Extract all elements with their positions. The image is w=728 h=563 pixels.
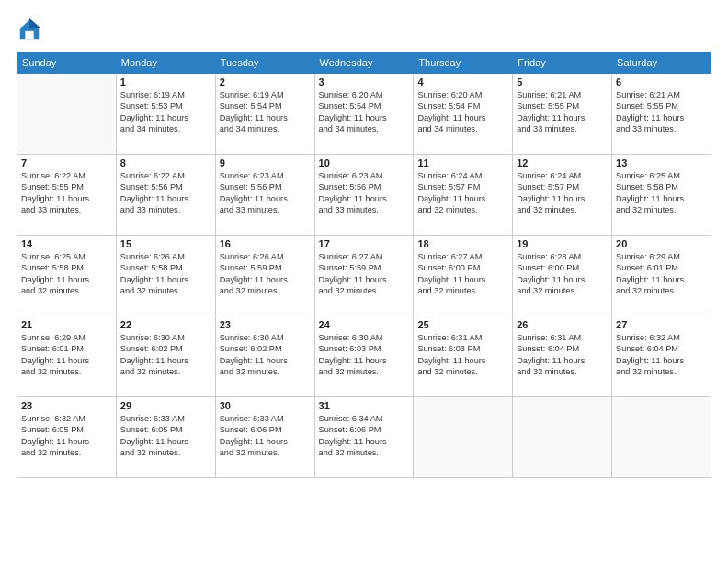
day-number: 26 bbox=[517, 319, 608, 330]
calendar-cell bbox=[513, 397, 612, 478]
day-number: 6 bbox=[616, 76, 707, 87]
day-info: Sunrise: 6:25 AMSunset: 5:58 PMDaylight:… bbox=[616, 170, 707, 216]
day-number: 14 bbox=[21, 238, 112, 249]
day-info: Sunrise: 6:34 AMSunset: 6:06 PMDaylight:… bbox=[319, 413, 410, 459]
weekday-header: Friday bbox=[513, 52, 612, 74]
weekday-header: Tuesday bbox=[215, 52, 314, 74]
calendar-cell: 16Sunrise: 6:26 AMSunset: 5:59 PMDayligh… bbox=[215, 236, 314, 316]
calendar-cell bbox=[612, 397, 711, 478]
logo-icon bbox=[17, 17, 42, 42]
calendar-week-row: 7Sunrise: 6:22 AMSunset: 5:55 PMDaylight… bbox=[17, 155, 711, 236]
calendar-cell: 24Sunrise: 6:30 AMSunset: 6:03 PMDayligh… bbox=[314, 316, 414, 397]
day-number: 3 bbox=[319, 76, 410, 87]
day-number: 8 bbox=[120, 157, 211, 168]
day-number: 7 bbox=[21, 157, 112, 168]
day-info: Sunrise: 6:31 AMSunset: 6:04 PMDaylight:… bbox=[517, 332, 608, 378]
day-info: Sunrise: 6:29 AMSunset: 6:01 PMDaylight:… bbox=[616, 251, 707, 297]
day-number: 20 bbox=[616, 238, 707, 249]
calendar-cell: 20Sunrise: 6:29 AMSunset: 6:01 PMDayligh… bbox=[612, 236, 711, 316]
calendar-cell: 30Sunrise: 6:33 AMSunset: 6:06 PMDayligh… bbox=[215, 397, 314, 478]
day-number: 25 bbox=[417, 319, 508, 330]
calendar-cell: 22Sunrise: 6:30 AMSunset: 6:02 PMDayligh… bbox=[116, 316, 215, 397]
day-info: Sunrise: 6:29 AMSunset: 6:01 PMDaylight:… bbox=[21, 332, 112, 378]
day-number: 24 bbox=[319, 319, 410, 330]
calendar-cell: 28Sunrise: 6:32 AMSunset: 6:05 PMDayligh… bbox=[17, 397, 117, 478]
day-info: Sunrise: 6:32 AMSunset: 6:05 PMDaylight:… bbox=[21, 413, 112, 459]
day-number: 13 bbox=[616, 157, 707, 168]
weekday-header: Thursday bbox=[414, 52, 513, 74]
day-info: Sunrise: 6:20 AMSunset: 5:54 PMDaylight:… bbox=[417, 89, 508, 135]
day-number: 9 bbox=[220, 157, 311, 168]
calendar-cell: 27Sunrise: 6:32 AMSunset: 6:04 PMDayligh… bbox=[612, 316, 711, 397]
day-number: 17 bbox=[319, 238, 410, 249]
calendar: SundayMondayTuesdayWednesdayThursdayFrid… bbox=[17, 52, 711, 478]
day-number: 31 bbox=[319, 400, 410, 411]
day-number: 15 bbox=[120, 238, 211, 249]
svg-rect-2 bbox=[25, 31, 33, 39]
day-number: 10 bbox=[319, 157, 410, 168]
page: SundayMondayTuesdayWednesdayThursdayFrid… bbox=[0, 0, 728, 563]
day-info: Sunrise: 6:20 AMSunset: 5:54 PMDaylight:… bbox=[319, 89, 410, 135]
day-number: 16 bbox=[220, 238, 311, 249]
calendar-week-row: 1Sunrise: 6:19 AMSunset: 5:53 PMDaylight… bbox=[17, 74, 711, 155]
day-info: Sunrise: 6:26 AMSunset: 5:59 PMDaylight:… bbox=[220, 251, 311, 297]
calendar-cell: 2Sunrise: 6:19 AMSunset: 5:54 PMDaylight… bbox=[215, 74, 314, 155]
calendar-cell: 15Sunrise: 6:26 AMSunset: 5:58 PMDayligh… bbox=[116, 236, 215, 316]
day-number: 2 bbox=[220, 76, 311, 87]
day-info: Sunrise: 6:21 AMSunset: 5:55 PMDaylight:… bbox=[517, 89, 608, 135]
calendar-cell: 5Sunrise: 6:21 AMSunset: 5:55 PMDaylight… bbox=[513, 74, 612, 155]
day-number: 19 bbox=[517, 238, 608, 249]
day-number: 22 bbox=[120, 319, 211, 330]
day-number: 1 bbox=[120, 76, 211, 87]
day-number: 12 bbox=[517, 157, 608, 168]
calendar-week-row: 21Sunrise: 6:29 AMSunset: 6:01 PMDayligh… bbox=[17, 316, 711, 397]
day-info: Sunrise: 6:26 AMSunset: 5:58 PMDaylight:… bbox=[120, 251, 211, 297]
day-number: 4 bbox=[417, 76, 508, 87]
day-info: Sunrise: 6:24 AMSunset: 5:57 PMDaylight:… bbox=[517, 170, 608, 216]
calendar-cell: 6Sunrise: 6:21 AMSunset: 5:55 PMDaylight… bbox=[612, 74, 711, 155]
day-info: Sunrise: 6:25 AMSunset: 5:58 PMDaylight:… bbox=[21, 251, 112, 297]
day-info: Sunrise: 6:30 AMSunset: 6:02 PMDaylight:… bbox=[220, 332, 311, 378]
day-number: 11 bbox=[417, 157, 508, 168]
calendar-cell: 31Sunrise: 6:34 AMSunset: 6:06 PMDayligh… bbox=[314, 397, 414, 478]
day-info: Sunrise: 6:22 AMSunset: 5:56 PMDaylight:… bbox=[120, 170, 211, 216]
weekday-header: Wednesday bbox=[314, 52, 414, 74]
calendar-cell: 7Sunrise: 6:22 AMSunset: 5:55 PMDaylight… bbox=[17, 155, 117, 236]
day-number: 23 bbox=[220, 319, 311, 330]
calendar-cell: 10Sunrise: 6:23 AMSunset: 5:56 PMDayligh… bbox=[314, 155, 414, 236]
weekday-header: Monday bbox=[116, 52, 215, 74]
calendar-cell: 17Sunrise: 6:27 AMSunset: 5:59 PMDayligh… bbox=[314, 236, 414, 316]
day-info: Sunrise: 6:21 AMSunset: 5:55 PMDaylight:… bbox=[616, 89, 707, 135]
weekday-header: Saturday bbox=[612, 52, 711, 74]
day-info: Sunrise: 6:30 AMSunset: 6:02 PMDaylight:… bbox=[120, 332, 211, 378]
day-info: Sunrise: 6:31 AMSunset: 6:03 PMDaylight:… bbox=[417, 332, 508, 378]
weekday-header: Sunday bbox=[17, 52, 117, 74]
day-info: Sunrise: 6:32 AMSunset: 6:04 PMDaylight:… bbox=[616, 332, 707, 378]
day-info: Sunrise: 6:33 AMSunset: 6:06 PMDaylight:… bbox=[220, 413, 311, 459]
calendar-cell: 21Sunrise: 6:29 AMSunset: 6:01 PMDayligh… bbox=[17, 316, 117, 397]
calendar-cell: 9Sunrise: 6:23 AMSunset: 5:56 PMDaylight… bbox=[215, 155, 314, 236]
day-number: 29 bbox=[120, 400, 211, 411]
calendar-cell bbox=[414, 397, 513, 478]
calendar-week-row: 14Sunrise: 6:25 AMSunset: 5:58 PMDayligh… bbox=[17, 236, 711, 316]
day-info: Sunrise: 6:27 AMSunset: 6:00 PMDaylight:… bbox=[417, 251, 508, 297]
day-info: Sunrise: 6:24 AMSunset: 5:57 PMDaylight:… bbox=[417, 170, 508, 216]
day-number: 5 bbox=[517, 76, 608, 87]
day-info: Sunrise: 6:22 AMSunset: 5:55 PMDaylight:… bbox=[21, 170, 112, 216]
day-info: Sunrise: 6:30 AMSunset: 6:03 PMDaylight:… bbox=[319, 332, 410, 378]
day-info: Sunrise: 6:23 AMSunset: 5:56 PMDaylight:… bbox=[319, 170, 410, 216]
weekday-row: SundayMondayTuesdayWednesdayThursdayFrid… bbox=[17, 52, 711, 74]
calendar-cell: 26Sunrise: 6:31 AMSunset: 6:04 PMDayligh… bbox=[513, 316, 612, 397]
calendar-cell: 23Sunrise: 6:30 AMSunset: 6:02 PMDayligh… bbox=[215, 316, 314, 397]
calendar-cell: 8Sunrise: 6:22 AMSunset: 5:56 PMDaylight… bbox=[116, 155, 215, 236]
day-info: Sunrise: 6:33 AMSunset: 6:05 PMDaylight:… bbox=[120, 413, 211, 459]
day-info: Sunrise: 6:28 AMSunset: 6:00 PMDaylight:… bbox=[517, 251, 608, 297]
day-number: 28 bbox=[21, 400, 112, 411]
calendar-header: SundayMondayTuesdayWednesdayThursdayFrid… bbox=[17, 52, 711, 74]
header bbox=[17, 17, 711, 42]
calendar-cell: 19Sunrise: 6:28 AMSunset: 6:00 PMDayligh… bbox=[513, 236, 612, 316]
day-info: Sunrise: 6:19 AMSunset: 5:54 PMDaylight:… bbox=[220, 89, 311, 135]
calendar-cell: 11Sunrise: 6:24 AMSunset: 5:57 PMDayligh… bbox=[414, 155, 513, 236]
day-number: 21 bbox=[21, 319, 112, 330]
day-number: 27 bbox=[616, 319, 707, 330]
